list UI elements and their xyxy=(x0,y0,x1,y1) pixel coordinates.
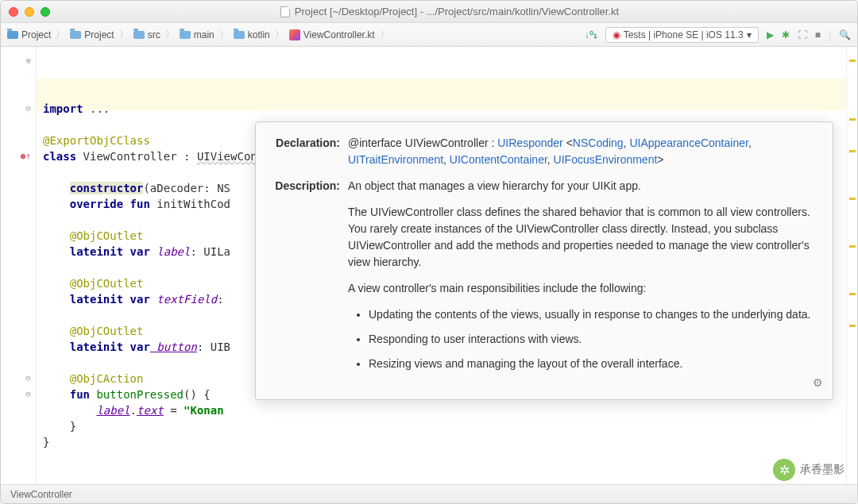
doc-link[interactable]: NSCoding xyxy=(573,137,624,149)
breadcrumb-item[interactable]: Project xyxy=(7,29,51,40)
run-button[interactable]: ▶ xyxy=(767,29,774,40)
description-content: An object that manages a view hierarchy … xyxy=(348,178,818,380)
folder-icon xyxy=(70,31,81,39)
breadcrumb: Project 〉 Project 〉 src 〉 main 〉 kotlin … xyxy=(7,28,585,41)
doc-link[interactable]: UIContentContainer xyxy=(450,153,547,166)
breadcrumb-item[interactable]: Project xyxy=(70,29,114,40)
status-bar: ViewController xyxy=(1,484,857,503)
minimize-window-button[interactable] xyxy=(25,7,34,17)
breadcrumb-item[interactable]: src xyxy=(133,29,160,40)
zoom-window-button[interactable] xyxy=(41,7,50,17)
stop-button[interactable]: ■ xyxy=(815,29,821,40)
breakpoint-marker[interactable]: ●↑ xyxy=(1,148,31,164)
download-icon[interactable]: ↓⁰₁ xyxy=(585,29,597,40)
editor-error-stripe[interactable] xyxy=(846,47,857,484)
project-icon xyxy=(7,31,18,39)
doc-link[interactable]: UIAppearanceContainer xyxy=(629,137,748,149)
run-configuration-selector[interactable]: ◉ Tests | iPhone SE | iOS 11.3 ▾ xyxy=(605,27,759,43)
declaration-content: @interface UIViewController : UIResponde… xyxy=(348,135,818,168)
gear-icon[interactable]: ⚙ xyxy=(813,375,823,391)
breadcrumb-item[interactable]: main xyxy=(180,29,214,40)
document-icon xyxy=(280,6,290,17)
search-icon[interactable]: 🔍 xyxy=(839,29,851,40)
wechat-icon: ✲ xyxy=(773,459,795,481)
description-label: Description: xyxy=(270,178,348,380)
debug-button[interactable]: ✱ xyxy=(782,29,790,40)
close-window-button[interactable] xyxy=(9,7,18,17)
declaration-label: Declaration: xyxy=(270,135,348,168)
watermark: ✲ 承香墨影 xyxy=(773,459,844,481)
editor-gutter: ⊕ ⊖ ●↑ ⊖ ⊖ xyxy=(1,47,37,484)
doc-bullet: Resizing views and managing the layout o… xyxy=(369,356,818,372)
breadcrumb-item[interactable]: ViewController.kt xyxy=(289,29,375,40)
coverage-button[interactable]: ⛶ xyxy=(798,29,807,40)
kotlin-file-icon xyxy=(289,29,300,40)
folder-icon xyxy=(133,31,145,39)
doc-bullet: Updating the contents of the views, usua… xyxy=(369,306,818,323)
doc-link[interactable]: UIFocusEnvironment xyxy=(554,153,658,166)
quick-documentation-popup: Declaration: @interface UIViewController… xyxy=(255,121,833,400)
folder-icon xyxy=(180,31,191,39)
doc-link[interactable]: UIResponder xyxy=(497,137,563,149)
window-title: Project [~/Desktop/Project] - .../Projec… xyxy=(295,6,619,17)
folder-icon xyxy=(234,31,245,39)
breadcrumb-item[interactable]: kotlin xyxy=(234,29,270,40)
doc-bullet: Responding to user interactions with vie… xyxy=(369,331,818,348)
chevron-down-icon: ▾ xyxy=(747,29,752,40)
doc-link[interactable]: UITraitEnvironment xyxy=(348,153,443,166)
status-breadcrumb[interactable]: ViewController xyxy=(10,489,72,500)
navigation-toolbar: Project 〉 Project 〉 src 〉 main 〉 kotlin … xyxy=(1,23,857,47)
window-titlebar: Project [~/Desktop/Project] - .../Projec… xyxy=(1,1,857,23)
